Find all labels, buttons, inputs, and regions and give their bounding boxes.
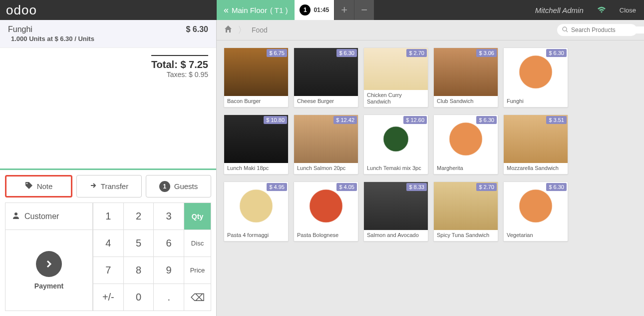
mode-disc[interactable]: Disc — [184, 230, 211, 257]
product-image: $ 4.05 — [294, 182, 358, 230]
product-name: Club Sandwich — [434, 96, 498, 107]
numkey-0[interactable]: 0 — [124, 284, 154, 311]
product-card[interactable]: $ 6.30Margherita — [433, 114, 498, 174]
order-spacer — [0, 86, 216, 170]
price-tag: $ 2.70 — [406, 49, 427, 57]
product-card[interactable]: $ 12.42Lunch Salmon 20pc — [294, 114, 358, 174]
product-panel: 〉 Food ✕ $ 6.75Bacon Burger$ 6.30Cheese … — [217, 20, 644, 316]
note-button[interactable]: Note — [5, 175, 72, 198]
price-tag: $ 4.05 — [336, 183, 357, 191]
product-image: $ 10.80 — [224, 115, 288, 163]
product-image: $ 12.60 — [364, 115, 428, 163]
numkey-pm[interactable]: +/- — [93, 284, 124, 311]
transfer-button[interactable]: Transfer — [76, 175, 142, 198]
products-grid: $ 6.75Bacon Burger$ 6.30Cheese Burger$ 2… — [217, 40, 644, 316]
product-card[interactable]: $ 3.51Mozzarella Sandwich — [503, 114, 568, 174]
product-name: Salmon and Avocado — [364, 230, 428, 241]
product-image: $ 6.30 — [294, 48, 358, 96]
guests-count: 1 — [159, 181, 170, 192]
product-image: $ 12.42 — [294, 115, 358, 163]
price-tag: $ 6.75 — [267, 49, 287, 57]
product-image: $ 3.51 — [504, 115, 568, 163]
logo: odoo — [0, 0, 59, 20]
product-card[interactable]: $ 6.30Cheese Burger — [294, 48, 358, 108]
product-name: Mozzarella Sandwich — [504, 163, 568, 174]
pad-area: Customer Payment 1 2 3 Qty 4 5 6 Disc 7 — [0, 202, 216, 316]
product-card[interactable]: $ 6.30Funghi — [503, 48, 568, 108]
svg-point-1 — [14, 212, 17, 216]
numkey-8[interactable]: 8 — [124, 257, 154, 284]
remove-order-button[interactable]: − — [354, 0, 374, 20]
order-item-price: $ 6.30 — [186, 25, 208, 34]
guests-button[interactable]: 1 Guests — [146, 175, 211, 198]
customer-button[interactable]: Customer — [5, 203, 92, 230]
product-name: Pasta 4 formaggi — [224, 230, 288, 241]
product-card[interactable]: $ 10.80Lunch Maki 18pc — [224, 114, 289, 174]
topbar: odoo « Main Floor ( T1 ) 1 01:45 + − Mit… — [0, 0, 644, 20]
order-item-name: Funghi — [8, 25, 32, 34]
svg-line-3 — [566, 30, 568, 32]
numkey-6[interactable]: 6 — [154, 230, 184, 257]
mode-qty[interactable]: Qty — [184, 203, 211, 230]
price-tag: $ 3.51 — [546, 116, 567, 124]
price-tag: $ 6.30 — [476, 116, 497, 124]
product-card[interactable]: $ 8.33Salmon and Avocado — [363, 182, 428, 242]
product-card[interactable]: $ 4.95Pasta 4 formaggi — [224, 182, 289, 242]
product-name: Funghi — [504, 96, 568, 107]
product-card[interactable]: $ 6.30Vegetarian — [503, 182, 568, 242]
numpad: 1 2 3 Qty 4 5 6 Disc 7 8 9 Price +/- 0 .… — [93, 202, 211, 311]
close-button[interactable]: Close — [612, 0, 644, 20]
price-tag: $ 3.06 — [476, 49, 497, 57]
breadcrumb-category[interactable]: Food — [252, 26, 268, 34]
price-tag: $ 12.60 — [403, 116, 427, 124]
product-card[interactable]: $ 4.05Pasta Bolognese — [294, 182, 358, 242]
order-item-qty: 1.000 Units at $ 6.30 / Units — [8, 35, 208, 42]
order-tab[interactable]: 1 01:45 — [295, 0, 334, 20]
topbar-spacer — [59, 0, 217, 20]
price-tag: $ 2.70 — [476, 183, 497, 191]
payment-button[interactable]: Payment — [5, 230, 92, 310]
product-card[interactable]: $ 6.75Bacon Burger — [224, 48, 289, 108]
floor-tab[interactable]: « Main Floor ( T1 ) — [217, 0, 295, 20]
add-order-button[interactable]: + — [334, 0, 354, 20]
numkey-3[interactable]: 3 — [154, 203, 184, 230]
numkey-5[interactable]: 5 — [124, 230, 154, 257]
user-name[interactable]: Mitchell Admin — [527, 0, 592, 20]
product-image: $ 4.95 — [224, 182, 288, 230]
numkey-4[interactable]: 4 — [93, 230, 124, 257]
numkey-2[interactable]: 2 — [124, 203, 154, 230]
product-name: Lunch Temaki mix 3pc — [364, 163, 428, 174]
numkey-9[interactable]: 9 — [154, 257, 184, 284]
product-name: Cheese Burger — [294, 96, 358, 107]
product-image: $ 2.70 — [434, 182, 498, 230]
product-card[interactable]: $ 2.70Spicy Tuna Sandwich — [433, 182, 498, 242]
product-name: Spicy Tuna Sandwich — [434, 230, 498, 241]
search-box[interactable]: ✕ — [557, 24, 637, 36]
floor-label: Main Floor — [232, 6, 267, 14]
product-image: $ 3.06 — [434, 48, 498, 96]
tag-icon — [25, 182, 33, 191]
product-name: Lunch Maki 18pc — [224, 163, 288, 174]
mode-price[interactable]: Price — [184, 257, 211, 284]
order-panel: Funghi $ 6.30 1.000 Units at $ 6.30 / Un… — [0, 20, 217, 316]
product-header: 〉 Food ✕ — [217, 20, 644, 40]
product-card[interactable]: $ 3.06Club Sandwich — [433, 48, 498, 108]
topbar-spacer — [374, 0, 527, 20]
price-tag: $ 6.30 — [546, 49, 567, 57]
price-tag: $ 12.42 — [333, 116, 357, 124]
product-image: $ 6.30 — [434, 115, 498, 163]
product-image: $ 8.33 — [364, 182, 428, 230]
numkey-1[interactable]: 1 — [93, 203, 124, 230]
home-icon[interactable] — [224, 24, 233, 36]
numkey-backspace[interactable]: ⌫ — [184, 284, 211, 311]
search-input[interactable] — [571, 26, 644, 34]
product-card[interactable]: $ 12.60Lunch Temaki mix 3pc — [363, 114, 428, 174]
price-tag: $ 6.30 — [546, 183, 567, 191]
breadcrumb-sep: 〉 — [238, 24, 247, 36]
arrow-right-icon — [90, 182, 97, 190]
numkey-dot[interactable]: . — [154, 284, 184, 311]
numkey-7[interactable]: 7 — [93, 257, 124, 284]
product-card[interactable]: $ 2.70Chicken Curry Sandwich — [363, 48, 428, 108]
order-line[interactable]: Funghi $ 6.30 1.000 Units at $ 6.30 / Un… — [0, 20, 216, 48]
price-tag: $ 4.95 — [267, 183, 287, 191]
